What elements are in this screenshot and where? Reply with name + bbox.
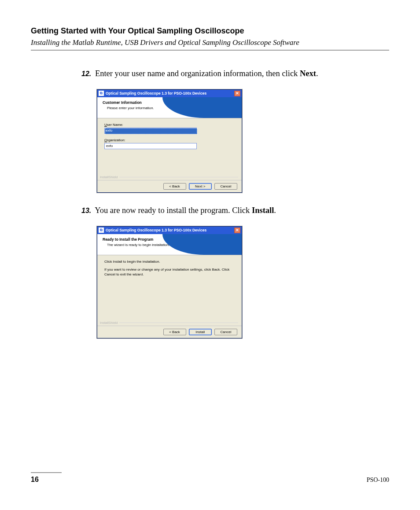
banner-title: Customer Information <box>97 97 242 106</box>
step-number: 12. <box>81 70 91 77</box>
username-input[interactable]: exfo <box>104 128 197 134</box>
step-text-tail: . <box>274 206 276 215</box>
header-rule <box>31 50 389 51</box>
banner-subtitle: Please enter your information. <box>97 106 242 110</box>
chapter-title: Getting Started with Your Optical Sampli… <box>31 26 389 36</box>
window-title: Optical Sampling Oscilloscope 1.3 for PS… <box>106 91 206 95</box>
back-button[interactable]: < Back <box>163 183 186 190</box>
step-bold: Next <box>300 69 316 78</box>
cancel-button[interactable]: Cancel <box>214 183 237 190</box>
step-12: 12. Enter your user name and organizatio… <box>81 68 389 80</box>
install-button[interactable]: Install <box>189 329 212 335</box>
step-number: 13. <box>81 207 91 214</box>
cancel-button[interactable]: Cancel <box>214 329 237 335</box>
step-text: You are now ready to install the program… <box>95 206 252 215</box>
installshield-label: InstallShield <box>100 175 238 179</box>
organization-input[interactable]: exfo <box>104 143 197 149</box>
button-row: < Back Next > Cancel <box>97 180 242 192</box>
dialog-customer-info: ⧉ Optical Sampling Oscilloscope 1.3 for … <box>97 89 389 193</box>
banner-subtitle: The wizard is ready to begin installatio… <box>97 243 242 247</box>
close-icon[interactable]: ✕ <box>234 91 240 96</box>
close-icon[interactable]: ✕ <box>234 227 240 233</box>
dialog-banner: Customer Information Please enter your i… <box>97 97 242 118</box>
step-text-tail: . <box>316 69 318 78</box>
dialog-ready-install: ⧉ Optical Sampling Oscilloscope 1.3 for … <box>97 226 389 338</box>
installer-icon: ⧉ <box>99 227 104 233</box>
body-line-2: If you want to review or change any of y… <box>104 268 235 277</box>
step-13: 13. You are now ready to install the pro… <box>81 205 389 216</box>
installshield-label: InstallShield <box>100 321 238 325</box>
body-line-1: Click Install to begin the installation. <box>104 260 235 264</box>
titlebar: ⧉ Optical Sampling Oscilloscope 1.3 for … <box>97 227 242 234</box>
banner-title: Ready to Install the Program <box>97 234 242 243</box>
back-button[interactable]: < Back <box>163 329 186 335</box>
dialog-banner: Ready to Install the Program The wizard … <box>97 234 242 255</box>
step-bold: Install <box>252 206 274 215</box>
page-footer: 16 PSO-100 <box>31 472 389 484</box>
step-text: Enter your user name and organization in… <box>95 69 300 78</box>
button-row: < Back Install Cancel <box>97 326 242 338</box>
titlebar: ⧉ Optical Sampling Oscilloscope 1.3 for … <box>97 90 242 97</box>
page-number: 16 <box>31 476 39 484</box>
installer-icon: ⧉ <box>99 91 104 96</box>
window-title: Optical Sampling Oscilloscope 1.3 for PS… <box>106 228 206 232</box>
organization-label: Organization: <box>104 138 235 142</box>
next-button[interactable]: Next > <box>189 183 212 190</box>
product-code: PSO-100 <box>367 477 389 484</box>
username-label: User Name: <box>104 123 235 127</box>
section-title: Installing the Matlab Runtime, USB Drive… <box>31 38 389 47</box>
footer-rule <box>31 472 62 473</box>
